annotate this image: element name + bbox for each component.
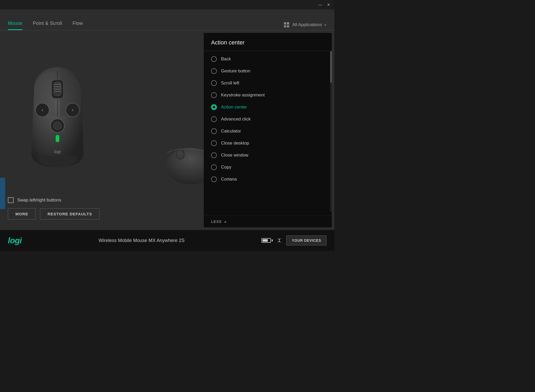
nav-right: All Applications ∨ bbox=[284, 22, 327, 30]
battery-tip bbox=[272, 239, 273, 241]
action-item-close-desktop[interactable]: Close desktop bbox=[204, 137, 332, 149]
action-item-gesture-button[interactable]: Gesture button bbox=[204, 65, 332, 77]
footer: logi Wireless Mobile Mouse MX Anywhere 2… bbox=[0, 230, 334, 251]
bg-blue-effect bbox=[0, 178, 5, 209]
logi-logo-text: logi bbox=[8, 236, 22, 245]
mouse-panel: ‹ › logi bbox=[0, 30, 204, 230]
action-panel: Action center BackGesture buttonScroll l… bbox=[204, 33, 332, 227]
radio-action-center bbox=[211, 104, 217, 110]
less-label: LESS bbox=[211, 220, 222, 224]
svg-point-12 bbox=[53, 122, 62, 130]
your-devices-button[interactable]: YOUR DEVICES bbox=[286, 235, 327, 245]
svg-rect-4 bbox=[54, 86, 61, 87]
top-nav: Mouse Point & Scroll Flow All Applicatio… bbox=[0, 9, 334, 30]
chevron-down-icon: ∨ bbox=[324, 23, 327, 27]
radio-advanced-click bbox=[211, 116, 217, 122]
action-list[interactable]: BackGesture buttonScroll leftKeystroke a… bbox=[204, 51, 332, 216]
action-label-action-center: Action center bbox=[221, 105, 247, 110]
radio-gesture-button bbox=[211, 68, 217, 74]
action-label-cortana: Cortana bbox=[221, 177, 237, 182]
svg-point-17 bbox=[177, 150, 183, 158]
radio-close-desktop bbox=[211, 140, 217, 146]
all-apps-dropdown[interactable]: All Applications ∨ bbox=[292, 22, 327, 27]
svg-rect-13 bbox=[56, 135, 59, 142]
nav-tabs: Mouse Point & Scroll Flow bbox=[8, 9, 83, 30]
swap-row: Swap left/right buttons bbox=[8, 197, 196, 203]
footer-device-name: Wireless Mobile Mouse MX Anywhere 2S bbox=[22, 238, 261, 243]
battery-fill bbox=[263, 239, 268, 242]
grid-cell-4 bbox=[287, 25, 289, 28]
action-item-advanced-click[interactable]: Advanced click bbox=[204, 113, 332, 125]
all-apps-label: All Applications bbox=[292, 22, 322, 27]
mouse-controls: Swap left/right buttons MORE RESTORE DEF… bbox=[8, 192, 196, 225]
bluetooth-icon: ⯰ bbox=[277, 238, 282, 244]
btn-row: MORE RESTORE DEFAULTS bbox=[8, 208, 196, 220]
logi-logo: logi bbox=[8, 236, 22, 245]
action-label-close-window: Close window bbox=[221, 153, 248, 158]
scrollbar-thumb[interactable] bbox=[330, 51, 332, 83]
restore-defaults-button[interactable]: RESTORE DEFAULTS bbox=[40, 208, 100, 220]
action-label-gesture-button: Gesture button bbox=[221, 68, 250, 74]
radio-scroll-left bbox=[211, 80, 217, 86]
action-item-back[interactable]: Back bbox=[204, 53, 332, 65]
battery-icon bbox=[261, 238, 273, 243]
radio-inner-action-center bbox=[213, 106, 215, 108]
action-label-back: Back bbox=[221, 56, 231, 62]
more-button[interactable]: MORE bbox=[8, 208, 36, 220]
swap-checkbox[interactable] bbox=[8, 197, 14, 203]
battery-body bbox=[261, 238, 271, 243]
grid-cell-1 bbox=[284, 22, 286, 25]
radio-calculator bbox=[211, 128, 217, 134]
grid-icon bbox=[284, 22, 289, 27]
swap-label: Swap left/right buttons bbox=[17, 198, 61, 203]
action-label-advanced-click: Advanced click bbox=[221, 117, 251, 122]
action-panel-title: Action center bbox=[204, 33, 332, 51]
title-bar: — ✕ bbox=[0, 0, 334, 9]
app-window: Mouse Point & Scroll Flow All Applicatio… bbox=[0, 9, 334, 251]
scrollbar-track[interactable] bbox=[330, 51, 332, 212]
mouse-display: ‹ › logi bbox=[8, 36, 196, 192]
action-item-keystroke-assignment[interactable]: Keystroke assignment bbox=[204, 89, 332, 101]
radio-back bbox=[211, 56, 217, 62]
main-content: ‹ › logi bbox=[0, 30, 334, 230]
tab-point-scroll[interactable]: Point & Scroll bbox=[33, 21, 62, 30]
radio-keystroke-assignment bbox=[211, 92, 217, 98]
mouse-illustration: ‹ › logi bbox=[24, 59, 97, 169]
grid-cell-3 bbox=[284, 25, 286, 28]
action-item-calculator[interactable]: Calculator bbox=[204, 125, 332, 137]
action-item-scroll-left[interactable]: Scroll left bbox=[204, 77, 332, 89]
svg-text:›: › bbox=[72, 108, 73, 112]
radio-cortana bbox=[211, 176, 217, 182]
svg-rect-6 bbox=[54, 91, 61, 92]
action-item-close-window[interactable]: Close window bbox=[204, 149, 332, 161]
action-label-scroll-left: Scroll left bbox=[221, 80, 239, 86]
action-label-keystroke-assignment: Keystroke assignment bbox=[221, 93, 265, 98]
tab-mouse[interactable]: Mouse bbox=[8, 21, 22, 30]
less-button[interactable]: LESS ▲ bbox=[204, 216, 332, 227]
radio-copy bbox=[211, 164, 217, 170]
mouse-svg: ‹ › logi bbox=[24, 59, 91, 169]
action-label-copy: Copy bbox=[221, 165, 231, 170]
action-item-cortana[interactable]: Cortana bbox=[204, 173, 332, 185]
tab-flow[interactable]: Flow bbox=[73, 21, 83, 30]
action-item-action-center[interactable]: Action center bbox=[204, 101, 332, 113]
chevron-up-icon: ▲ bbox=[224, 220, 227, 223]
action-label-calculator: Calculator bbox=[221, 129, 241, 134]
action-label-close-desktop: Close desktop bbox=[221, 141, 249, 146]
radio-close-window bbox=[211, 152, 217, 158]
svg-text:‹: ‹ bbox=[42, 108, 43, 112]
action-item-copy[interactable]: Copy bbox=[204, 161, 332, 173]
svg-text:logi: logi bbox=[54, 149, 61, 154]
grid-cell-2 bbox=[287, 22, 289, 25]
close-button[interactable]: ✕ bbox=[325, 2, 332, 8]
svg-rect-3 bbox=[54, 84, 61, 85]
svg-rect-5 bbox=[54, 89, 61, 90]
window-controls: — ✕ bbox=[317, 2, 332, 8]
footer-right: ⯰ YOUR DEVICES bbox=[261, 235, 327, 245]
minimize-button[interactable]: — bbox=[317, 2, 324, 8]
